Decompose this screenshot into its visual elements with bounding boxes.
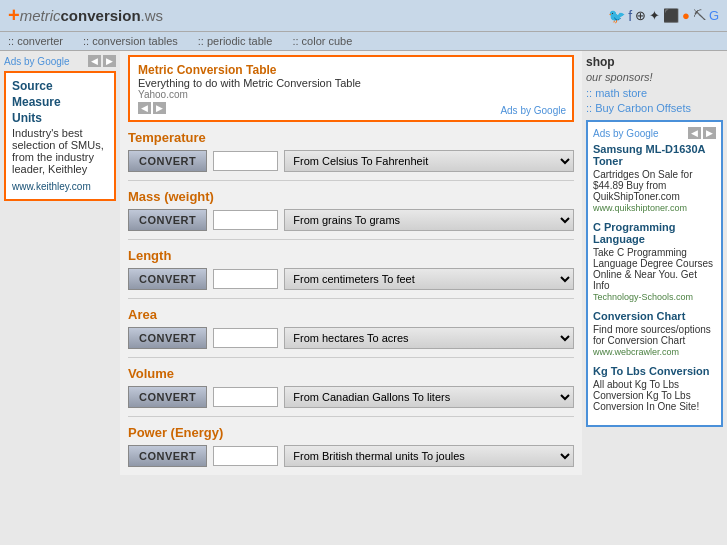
temperature-title: Temperature bbox=[128, 130, 574, 145]
right-ad-3-text: All about Kg To Lbs Conversion Kg To Lbs… bbox=[593, 379, 716, 412]
left-ads-next[interactable]: ▶ bbox=[103, 55, 116, 67]
center-content: Metric Conversion Table Everything to do… bbox=[120, 51, 582, 475]
power-title: Power (Energy) bbox=[128, 425, 574, 440]
temperature-convert-button[interactable]: CONVERT bbox=[128, 150, 207, 172]
top-ad-google-label: Ads by Google bbox=[500, 105, 566, 116]
right-ad-2-title[interactable]: Conversion Chart bbox=[593, 310, 716, 322]
logo-metric: metric bbox=[20, 7, 61, 24]
volume-convert-button[interactable]: CONVERT bbox=[128, 386, 207, 408]
social-icon-4[interactable]: ✦ bbox=[649, 8, 660, 23]
left-ad-subtitle: Measure bbox=[12, 95, 108, 109]
mass-converter-row: CONVERT From grains To grams From kg To … bbox=[128, 209, 574, 231]
digg-icon[interactable]: ⛏ bbox=[693, 8, 706, 23]
header: + metric conversion .ws 🐦 f ⊕ ✦ ⬛ ● ⛏ G bbox=[0, 0, 727, 32]
left-ads-label: Ads by Google bbox=[4, 56, 70, 67]
length-input[interactable] bbox=[213, 269, 278, 289]
section-mass: Mass (weight) CONVERT From grains To gra… bbox=[128, 189, 574, 240]
right-ads-header: Ads by Google ◀ ▶ bbox=[593, 127, 716, 139]
area-input[interactable] bbox=[213, 328, 278, 348]
google-icon[interactable]: G bbox=[709, 8, 719, 23]
right-sidebar: shop our sponsors! :: math store :: Buy … bbox=[582, 51, 727, 475]
logo-plus: + bbox=[8, 4, 20, 27]
mass-divider bbox=[128, 239, 574, 240]
right-ad-item-0: Samsung ML-D1630A Toner Cartridges On Sa… bbox=[593, 143, 716, 213]
sponsor-link-math[interactable]: :: math store bbox=[586, 87, 723, 99]
right-ads-label: Ads by Google bbox=[593, 128, 659, 139]
right-ad-1-text: Take C Programming Language Degree Cours… bbox=[593, 247, 716, 291]
main-layout: Ads by Google ◀ ▶ Source Measure Units I… bbox=[0, 51, 727, 475]
right-ads-nav[interactable]: ◀ ▶ bbox=[688, 127, 716, 139]
mass-input[interactable] bbox=[213, 210, 278, 230]
volume-select[interactable]: From Canadian Gallons To liters From lit… bbox=[284, 386, 574, 408]
right-ad-0-title[interactable]: Samsung ML-D1630A Toner bbox=[593, 143, 716, 167]
right-ad-box: Ads by Google ◀ ▶ Samsung ML-D1630A Tone… bbox=[586, 120, 723, 427]
left-ads-header: Ads by Google ◀ ▶ bbox=[4, 55, 116, 67]
temperature-select[interactable]: From Celsius To Fahrenheit From Fahrenhe… bbox=[284, 150, 574, 172]
top-ad-url: Yahoo.com bbox=[138, 89, 564, 100]
right-ads-next[interactable]: ▶ bbox=[703, 127, 716, 139]
right-ad-item-2: Conversion Chart Find more sources/optio… bbox=[593, 310, 716, 357]
nav-periodic-table[interactable]: :: periodic table bbox=[198, 35, 273, 47]
power-converter-row: CONVERT From British thermal units To jo… bbox=[128, 445, 574, 467]
length-select[interactable]: From centimeters To feet From meters To … bbox=[284, 268, 574, 290]
right-ads-prev[interactable]: ◀ bbox=[688, 127, 701, 139]
power-input[interactable] bbox=[213, 446, 278, 466]
header-social-icons: 🐦 f ⊕ ✦ ⬛ ● ⛏ G bbox=[608, 8, 719, 24]
right-ad-3-title[interactable]: Kg To Lbs Conversion bbox=[593, 365, 716, 377]
nav-bar: :: converter :: conversion tables :: per… bbox=[0, 32, 727, 51]
left-ad-link[interactable]: www.keithley.com bbox=[12, 181, 91, 192]
right-ad-1-title[interactable]: C Programming Language bbox=[593, 221, 716, 245]
right-ad-item-3: Kg To Lbs Conversion All about Kg To Lbs… bbox=[593, 365, 716, 412]
section-area: Area CONVERT From hectares To acres From… bbox=[128, 307, 574, 358]
length-convert-button[interactable]: CONVERT bbox=[128, 268, 207, 290]
facebook-icon[interactable]: f bbox=[628, 8, 632, 24]
area-divider bbox=[128, 357, 574, 358]
shop-header: shop bbox=[586, 55, 723, 69]
volume-converter-row: CONVERT From Canadian Gallons To liters … bbox=[128, 386, 574, 408]
twitter-icon[interactable]: 🐦 bbox=[608, 8, 625, 24]
nav-color-cube[interactable]: :: color cube bbox=[292, 35, 352, 47]
logo: + metric conversion .ws bbox=[8, 4, 163, 27]
volume-title: Volume bbox=[128, 366, 574, 381]
sponsors-label: our sponsors! bbox=[586, 71, 723, 83]
nav-converter[interactable]: :: converter bbox=[8, 35, 63, 47]
logo-conversion: conversion bbox=[61, 7, 141, 24]
top-ad-prev[interactable]: ◀ bbox=[138, 102, 151, 114]
left-sidebar: Ads by Google ◀ ▶ Source Measure Units I… bbox=[0, 51, 120, 475]
volume-input[interactable] bbox=[213, 387, 278, 407]
right-ad-1-url: Technology-Schools.com bbox=[593, 292, 716, 302]
sponsor-link-carbon[interactable]: :: Buy Carbon Offsets bbox=[586, 102, 723, 114]
power-select[interactable]: From British thermal units To joules Fro… bbox=[284, 445, 574, 467]
length-divider bbox=[128, 298, 574, 299]
power-convert-button[interactable]: CONVERT bbox=[128, 445, 207, 467]
left-ads-nav[interactable]: ◀ ▶ bbox=[88, 55, 116, 67]
mass-convert-button[interactable]: CONVERT bbox=[128, 209, 207, 231]
left-ad-body: Industry's best selection of SMUs, from … bbox=[12, 127, 108, 175]
right-ad-2-url: www.webcrawler.com bbox=[593, 347, 716, 357]
delicious-icon[interactable]: ⬛ bbox=[663, 8, 679, 23]
social-icon-3[interactable]: ⊕ bbox=[635, 8, 646, 23]
area-convert-button[interactable]: CONVERT bbox=[128, 327, 207, 349]
left-ad-title: Source bbox=[12, 79, 108, 93]
reddit-icon[interactable]: ● bbox=[682, 8, 690, 23]
area-title: Area bbox=[128, 307, 574, 322]
left-ads-prev[interactable]: ◀ bbox=[88, 55, 101, 67]
nav-conversion-tables[interactable]: :: conversion tables bbox=[83, 35, 178, 47]
section-volume: Volume CONVERT From Canadian Gallons To … bbox=[128, 366, 574, 417]
left-ad-box: Source Measure Units Industry's best sel… bbox=[4, 71, 116, 201]
right-ad-item-1: C Programming Language Take C Programmin… bbox=[593, 221, 716, 302]
temperature-converter-row: CONVERT From Celsius To Fahrenheit From … bbox=[128, 150, 574, 172]
length-converter-row: CONVERT From centimeters To feet From me… bbox=[128, 268, 574, 290]
mass-select[interactable]: From grains To grams From kg To pounds bbox=[284, 209, 574, 231]
length-title: Length bbox=[128, 248, 574, 263]
temperature-input[interactable] bbox=[213, 151, 278, 171]
top-ad-next[interactable]: ▶ bbox=[153, 102, 166, 114]
area-select[interactable]: From hectares To acres From sq meters To… bbox=[284, 327, 574, 349]
left-ad-units: Units bbox=[12, 111, 108, 125]
section-length: Length CONVERT From centimeters To feet … bbox=[128, 248, 574, 299]
area-converter-row: CONVERT From hectares To acres From sq m… bbox=[128, 327, 574, 349]
top-ad-title: Metric Conversion Table bbox=[138, 63, 564, 77]
right-ad-0-text: Cartridges On Sale for $44.89 Buy from Q… bbox=[593, 169, 716, 202]
mass-title: Mass (weight) bbox=[128, 189, 574, 204]
top-ad-banner: Metric Conversion Table Everything to do… bbox=[128, 55, 574, 122]
